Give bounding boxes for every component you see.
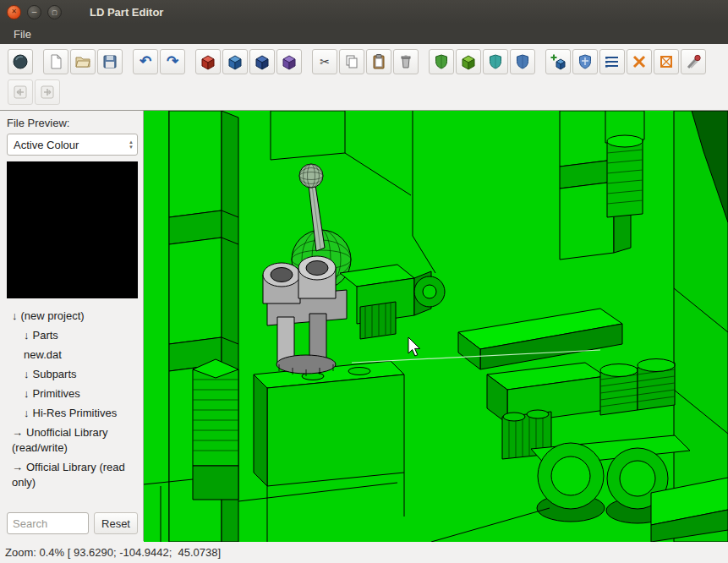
csg-box-button[interactable] — [654, 49, 679, 74]
save-icon — [101, 53, 118, 70]
tree-item-label: Hi-Res Primitives — [33, 407, 118, 419]
tree-item-label: Official Library (read only) — [12, 461, 125, 489]
undo-button[interactable] — [133, 49, 158, 74]
shield-green-icon — [433, 53, 450, 70]
tree-item-label: Subparts — [33, 368, 77, 380]
search-input[interactable] — [7, 512, 89, 534]
minimize-icon[interactable] — [27, 5, 41, 19]
tree-item-label: (new project) — [21, 309, 85, 322]
recent-icon — [12, 53, 29, 70]
csg-cross-button[interactable] — [627, 49, 652, 74]
content-area: File Preview: Active Colour ↓(new projec… — [0, 110, 728, 541]
tree-item-label: Parts — [33, 329, 58, 342]
down-arrow-icon: ↓ — [24, 403, 30, 423]
tree-item-label: Primitives — [33, 387, 80, 400]
shield-blue-icon — [514, 53, 531, 70]
line-mode-button[interactable] — [599, 49, 625, 74]
paste-icon — [370, 53, 387, 70]
colour-mode-select[interactable]: Active Colour — [7, 134, 138, 156]
save-button[interactable] — [97, 49, 123, 74]
tree-item-unofficial-library[interactable]: →Unofficial Library (read/write) — [7, 423, 138, 457]
down-arrow-icon: ↓ — [12, 306, 18, 325]
search-row: Reset — [7, 512, 138, 534]
toolbar-row-1 — [0, 44, 728, 79]
tree-item-label: new.dat — [24, 348, 62, 361]
viewport-3d-scene — [144, 111, 728, 542]
tree-item-official-library[interactable]: →Official Library (read only) — [7, 457, 138, 492]
tools-icon — [685, 53, 702, 70]
menu-file[interactable]: File — [8, 26, 36, 42]
menubar: File — [0, 24, 728, 44]
line-mode-icon — [604, 53, 621, 70]
file-preview-label: File Preview: — [7, 117, 138, 129]
redo-button[interactable] — [160, 49, 185, 74]
tree-item-hires-primitives[interactable]: ↓Hi-Res Primitives — [7, 403, 138, 423]
recent-button[interactable] — [8, 49, 33, 74]
window-title: LD Part Editor — [90, 6, 163, 19]
new-file-icon — [47, 53, 64, 70]
primitive-red-icon — [200, 53, 216, 70]
shield-blue-button[interactable] — [510, 49, 535, 74]
close-icon[interactable] — [7, 5, 21, 19]
right-arrow-icon: → — [12, 460, 23, 475]
grid-left-button[interactable] — [8, 79, 33, 105]
colour-mode-value: Active Colour — [14, 139, 129, 151]
add-primitive-button[interactable] — [545, 49, 571, 74]
delete-icon — [397, 53, 414, 70]
primitive-purple-icon — [281, 53, 298, 70]
add-primitive-icon — [550, 53, 567, 70]
shield-green-button[interactable] — [429, 49, 454, 74]
cube-green-icon — [460, 53, 477, 70]
open-file-button[interactable] — [70, 49, 96, 74]
viewport-3d[interactable] — [144, 111, 728, 542]
tree-item-label: Unofficial Library (read/write) — [12, 426, 108, 454]
tree-item-new-dat[interactable]: new.dat — [7, 345, 138, 364]
primitive-blue-button[interactable] — [222, 49, 248, 74]
primitive-red-button[interactable] — [195, 49, 221, 74]
project-tree: ↓(new project) ↓Parts new.dat ↓Subparts … — [7, 306, 138, 507]
spinner-icon — [129, 139, 134, 150]
undo-icon — [137, 53, 154, 70]
open-file-icon — [74, 53, 91, 70]
file-preview-canvas[interactable] — [7, 161, 138, 298]
sidebar: File Preview: Active Colour ↓(new projec… — [0, 111, 144, 541]
shield-teal-icon — [487, 53, 504, 70]
status-zoom-coordinates: Zoom: 0.4% [ 93.6290; -104.9442; 45.0738… — [5, 546, 221, 559]
primitive-blue-icon — [227, 53, 244, 70]
primitive-purple-button[interactable] — [276, 49, 302, 74]
cut-icon — [316, 53, 333, 70]
reset-button[interactable]: Reset — [94, 512, 138, 534]
shield-lightblue-button[interactable] — [572, 49, 598, 74]
copy-button[interactable] — [339, 49, 364, 74]
grid-left-icon — [12, 84, 29, 101]
tree-item-parts[interactable]: ↓Parts — [7, 325, 138, 345]
csg-box-icon — [658, 53, 675, 70]
down-arrow-icon: ↓ — [24, 384, 30, 403]
csg-cross-icon — [631, 53, 648, 70]
maximize-icon[interactable] — [47, 5, 62, 19]
cut-button[interactable] — [312, 49, 337, 74]
app-window: LD Part Editor File — [0, 0, 728, 563]
copy-icon — [343, 53, 360, 70]
tools-button[interactable] — [681, 49, 706, 74]
grid-right-icon — [39, 84, 56, 101]
grid-right-button[interactable] — [35, 79, 60, 105]
tree-item-primitives[interactable]: ↓Primitives — [7, 384, 138, 403]
cube-green-button[interactable] — [456, 49, 481, 74]
tree-item-new-project[interactable]: ↓(new project) — [7, 306, 138, 325]
primitive-navy-button[interactable] — [249, 49, 275, 74]
paste-button[interactable] — [366, 49, 391, 74]
redo-icon — [164, 53, 181, 70]
right-arrow-icon: → — [12, 425, 23, 440]
primitive-navy-icon — [254, 53, 271, 70]
tree-item-subparts[interactable]: ↓Subparts — [7, 364, 138, 384]
toolbar-row-2 — [0, 79, 728, 110]
statusbar: Zoom: 0.4% [ 93.6290; -104.9442; 45.0738… — [0, 541, 728, 563]
delete-button[interactable] — [393, 49, 419, 74]
down-arrow-icon: ↓ — [24, 364, 30, 384]
shield-teal-button[interactable] — [483, 49, 508, 74]
titlebar: LD Part Editor — [0, 0, 728, 24]
new-file-button[interactable] — [43, 49, 68, 74]
down-arrow-icon: ↓ — [24, 325, 30, 345]
shield-lightblue-icon — [577, 53, 594, 70]
